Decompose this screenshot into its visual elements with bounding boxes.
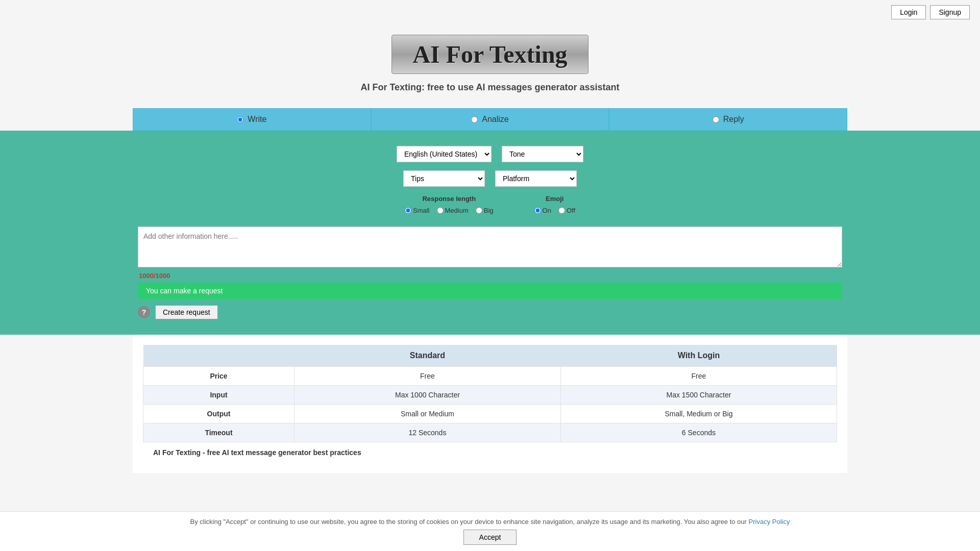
pricing-label: Timeout <box>143 423 295 442</box>
pricing-table: Standard With Login Price Free Free Inpu… <box>143 345 837 442</box>
mode-tabs: Write Analize Reply <box>133 108 847 131</box>
table-row: Price Free Free <box>143 367 837 386</box>
emoji-off[interactable]: Off <box>558 207 575 214</box>
signup-button[interactable]: Signup <box>930 5 970 19</box>
tab-reply[interactable]: Reply <box>609 108 847 131</box>
pricing-with-login: Free <box>560 367 837 386</box>
hero-section: AI For Texting AI For Texting: free to u… <box>0 24 980 108</box>
emoji-options: On Off <box>534 207 575 216</box>
info-textarea[interactable] <box>138 227 842 267</box>
pricing-standard: Small or Medium <box>295 405 561 423</box>
radio-row: Response length Small Medium Big Emoji O… <box>10 195 970 216</box>
tone-select[interactable]: Tone Formal Informal Friendly Profession… <box>502 146 583 162</box>
table-row: Input Max 1000 Character Max 1500 Charac… <box>143 386 837 405</box>
response-length-options: Small Medium Big <box>405 207 494 216</box>
pricing-with-login: 6 Seconds <box>560 423 837 442</box>
length-small[interactable]: Small <box>405 207 430 214</box>
length-big[interactable]: Big <box>476 207 494 214</box>
help-icon[interactable]: ? <box>138 306 150 318</box>
tab-write[interactable]: Write <box>133 108 371 131</box>
table-row: Timeout 12 Seconds 6 Seconds <box>143 423 837 442</box>
login-button[interactable]: Login <box>891 5 926 19</box>
platform-select[interactable]: Platform SMS WhatsApp Email Twitter <box>495 170 577 187</box>
pricing-col-header-empty <box>143 345 295 367</box>
logo-box: AI For Texting <box>391 35 588 74</box>
radio-reply[interactable] <box>713 116 719 123</box>
header: Login Signup <box>0 0 980 24</box>
char-count: 1000/1000 <box>138 272 842 280</box>
app-title: AI For Texting <box>412 40 567 68</box>
controls-row-2: Tips Advice Question Greeting Platform S… <box>10 170 970 187</box>
pricing-section: Standard With Login Price Free Free Inpu… <box>133 335 847 473</box>
tab-write-label: Write <box>248 115 266 124</box>
language-select[interactable]: English (United States) English (UK) Spa… <box>397 146 492 162</box>
best-practices: AI For Texting - free AI text message ge… <box>143 442 837 463</box>
pricing-standard: Max 1000 Character <box>295 386 561 405</box>
hero-subtitle: AI For Texting: free to use AI messages … <box>360 82 619 93</box>
pricing-with-login: Small, Medium or Big <box>560 405 837 423</box>
length-medium[interactable]: Medium <box>437 207 469 214</box>
create-request-button[interactable]: Create request <box>155 305 218 319</box>
pricing-label: Output <box>143 405 295 423</box>
category-select[interactable]: Tips Advice Question Greeting <box>403 170 485 187</box>
tab-analize[interactable]: Analize <box>371 108 609 131</box>
radio-analize[interactable] <box>471 116 478 123</box>
radio-write[interactable] <box>237 116 243 123</box>
response-length-group: Response length Small Medium Big <box>405 195 494 216</box>
controls-row-1: English (United States) English (UK) Spa… <box>10 146 970 162</box>
emoji-group: Emoji On Off <box>534 195 575 216</box>
pricing-label: Input <box>143 386 295 405</box>
table-row: Output Small or Medium Small, Medium or … <box>143 405 837 423</box>
status-message: You can make a request <box>146 287 223 295</box>
tab-reply-label: Reply <box>723 115 744 124</box>
response-length-label: Response length <box>422 195 476 203</box>
status-bar: You can make a request <box>138 283 842 299</box>
pricing-with-login: Max 1500 Character <box>560 386 837 405</box>
action-row: ? Create request <box>138 305 842 319</box>
main-content: English (United States) English (UK) Spa… <box>0 131 980 335</box>
emoji-on[interactable]: On <box>534 207 551 214</box>
pricing-col-with-login: With Login <box>560 345 837 367</box>
pricing-standard: Free <box>295 367 561 386</box>
pricing-label: Price <box>143 367 295 386</box>
pricing-col-standard: Standard <box>295 345 561 367</box>
tab-analize-label: Analize <box>482 115 508 124</box>
emoji-label: Emoji <box>546 195 564 203</box>
textarea-container <box>138 227 842 269</box>
pricing-standard: 12 Seconds <box>295 423 561 442</box>
